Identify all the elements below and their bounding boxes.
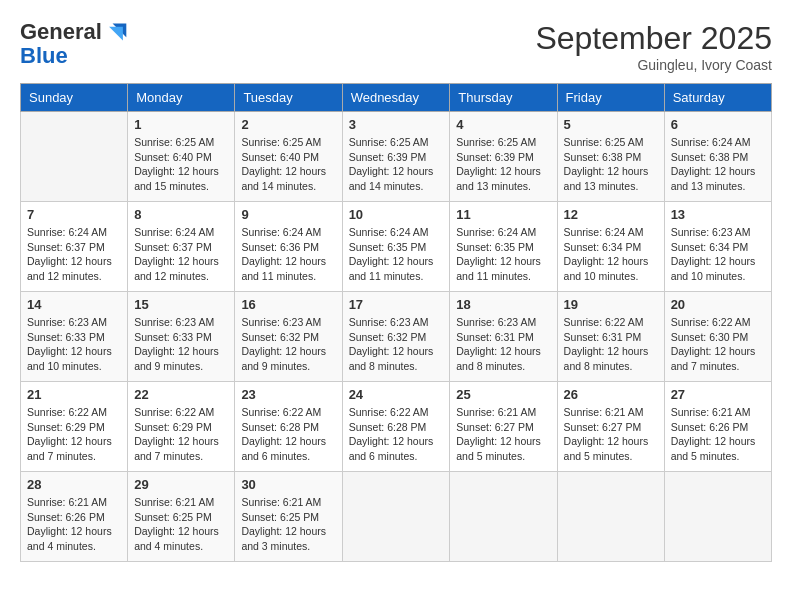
day-number: 15 (134, 297, 228, 312)
day-info: Sunrise: 6:24 AM Sunset: 6:37 PM Dayligh… (134, 225, 228, 284)
day-number: 3 (349, 117, 444, 132)
calendar-cell: 6Sunrise: 6:24 AM Sunset: 6:38 PM Daylig… (664, 112, 771, 202)
day-info: Sunrise: 6:24 AM Sunset: 6:35 PM Dayligh… (456, 225, 550, 284)
day-number: 7 (27, 207, 121, 222)
header-monday: Monday (128, 84, 235, 112)
day-number: 14 (27, 297, 121, 312)
svg-marker-1 (109, 27, 123, 41)
calendar-cell: 19Sunrise: 6:22 AM Sunset: 6:31 PM Dayli… (557, 292, 664, 382)
calendar-week-row: 21Sunrise: 6:22 AM Sunset: 6:29 PM Dayli… (21, 382, 772, 472)
day-info: Sunrise: 6:22 AM Sunset: 6:29 PM Dayligh… (27, 405, 121, 464)
header-sunday: Sunday (21, 84, 128, 112)
day-info: Sunrise: 6:23 AM Sunset: 6:33 PM Dayligh… (27, 315, 121, 374)
day-info: Sunrise: 6:24 AM Sunset: 6:35 PM Dayligh… (349, 225, 444, 284)
logo-text-blue: Blue (20, 44, 128, 68)
calendar-cell: 23Sunrise: 6:22 AM Sunset: 6:28 PM Dayli… (235, 382, 342, 472)
day-info: Sunrise: 6:22 AM Sunset: 6:29 PM Dayligh… (134, 405, 228, 464)
header-wednesday: Wednesday (342, 84, 450, 112)
title-block: September 2025 Guingleu, Ivory Coast (535, 20, 772, 73)
day-number: 12 (564, 207, 658, 222)
day-info: Sunrise: 6:21 AM Sunset: 6:25 PM Dayligh… (241, 495, 335, 554)
calendar-cell: 17Sunrise: 6:23 AM Sunset: 6:32 PM Dayli… (342, 292, 450, 382)
header-friday: Friday (557, 84, 664, 112)
day-number: 13 (671, 207, 765, 222)
calendar-cell: 8Sunrise: 6:24 AM Sunset: 6:37 PM Daylig… (128, 202, 235, 292)
calendar-week-row: 14Sunrise: 6:23 AM Sunset: 6:33 PM Dayli… (21, 292, 772, 382)
day-number: 26 (564, 387, 658, 402)
calendar-cell: 29Sunrise: 6:21 AM Sunset: 6:25 PM Dayli… (128, 472, 235, 562)
page-header: General Blue September 2025 Guingleu, Iv… (20, 20, 772, 73)
calendar-week-row: 1Sunrise: 6:25 AM Sunset: 6:40 PM Daylig… (21, 112, 772, 202)
calendar-cell: 9Sunrise: 6:24 AM Sunset: 6:36 PM Daylig… (235, 202, 342, 292)
header-thursday: Thursday (450, 84, 557, 112)
calendar-cell: 30Sunrise: 6:21 AM Sunset: 6:25 PM Dayli… (235, 472, 342, 562)
month-title: September 2025 (535, 20, 772, 57)
calendar-cell: 16Sunrise: 6:23 AM Sunset: 6:32 PM Dayli… (235, 292, 342, 382)
logo: General Blue (20, 20, 128, 68)
day-info: Sunrise: 6:21 AM Sunset: 6:27 PM Dayligh… (564, 405, 658, 464)
day-number: 4 (456, 117, 550, 132)
day-info: Sunrise: 6:24 AM Sunset: 6:37 PM Dayligh… (27, 225, 121, 284)
calendar-cell: 18Sunrise: 6:23 AM Sunset: 6:31 PM Dayli… (450, 292, 557, 382)
day-number: 11 (456, 207, 550, 222)
header-saturday: Saturday (664, 84, 771, 112)
day-info: Sunrise: 6:24 AM Sunset: 6:38 PM Dayligh… (671, 135, 765, 194)
calendar-cell: 25Sunrise: 6:21 AM Sunset: 6:27 PM Dayli… (450, 382, 557, 472)
day-number: 21 (27, 387, 121, 402)
calendar-week-row: 7Sunrise: 6:24 AM Sunset: 6:37 PM Daylig… (21, 202, 772, 292)
day-info: Sunrise: 6:25 AM Sunset: 6:40 PM Dayligh… (241, 135, 335, 194)
calendar-cell (557, 472, 664, 562)
day-number: 19 (564, 297, 658, 312)
calendar-week-row: 28Sunrise: 6:21 AM Sunset: 6:26 PM Dayli… (21, 472, 772, 562)
day-info: Sunrise: 6:23 AM Sunset: 6:31 PM Dayligh… (456, 315, 550, 374)
calendar-cell: 13Sunrise: 6:23 AM Sunset: 6:34 PM Dayli… (664, 202, 771, 292)
calendar-cell: 26Sunrise: 6:21 AM Sunset: 6:27 PM Dayli… (557, 382, 664, 472)
day-info: Sunrise: 6:23 AM Sunset: 6:34 PM Dayligh… (671, 225, 765, 284)
day-number: 18 (456, 297, 550, 312)
day-info: Sunrise: 6:25 AM Sunset: 6:40 PM Dayligh… (134, 135, 228, 194)
day-info: Sunrise: 6:22 AM Sunset: 6:30 PM Dayligh… (671, 315, 765, 374)
day-number: 6 (671, 117, 765, 132)
calendar-cell: 3Sunrise: 6:25 AM Sunset: 6:39 PM Daylig… (342, 112, 450, 202)
calendar-cell: 5Sunrise: 6:25 AM Sunset: 6:38 PM Daylig… (557, 112, 664, 202)
day-info: Sunrise: 6:21 AM Sunset: 6:26 PM Dayligh… (27, 495, 121, 554)
day-number: 23 (241, 387, 335, 402)
calendar-cell: 22Sunrise: 6:22 AM Sunset: 6:29 PM Dayli… (128, 382, 235, 472)
day-info: Sunrise: 6:24 AM Sunset: 6:34 PM Dayligh… (564, 225, 658, 284)
calendar-cell: 2Sunrise: 6:25 AM Sunset: 6:40 PM Daylig… (235, 112, 342, 202)
calendar-cell: 21Sunrise: 6:22 AM Sunset: 6:29 PM Dayli… (21, 382, 128, 472)
calendar-cell (342, 472, 450, 562)
day-number: 28 (27, 477, 121, 492)
day-number: 29 (134, 477, 228, 492)
day-number: 24 (349, 387, 444, 402)
calendar-cell: 15Sunrise: 6:23 AM Sunset: 6:33 PM Dayli… (128, 292, 235, 382)
calendar-cell (664, 472, 771, 562)
day-number: 16 (241, 297, 335, 312)
day-number: 30 (241, 477, 335, 492)
calendar-cell: 20Sunrise: 6:22 AM Sunset: 6:30 PM Dayli… (664, 292, 771, 382)
location-subtitle: Guingleu, Ivory Coast (535, 57, 772, 73)
calendar-cell: 1Sunrise: 6:25 AM Sunset: 6:40 PM Daylig… (128, 112, 235, 202)
day-info: Sunrise: 6:25 AM Sunset: 6:39 PM Dayligh… (349, 135, 444, 194)
day-number: 22 (134, 387, 228, 402)
calendar-cell: 24Sunrise: 6:22 AM Sunset: 6:28 PM Dayli… (342, 382, 450, 472)
day-number: 1 (134, 117, 228, 132)
day-number: 25 (456, 387, 550, 402)
calendar-cell: 27Sunrise: 6:21 AM Sunset: 6:26 PM Dayli… (664, 382, 771, 472)
day-info: Sunrise: 6:23 AM Sunset: 6:33 PM Dayligh… (134, 315, 228, 374)
day-info: Sunrise: 6:22 AM Sunset: 6:28 PM Dayligh… (241, 405, 335, 464)
calendar-table: SundayMondayTuesdayWednesdayThursdayFrid… (20, 83, 772, 562)
day-number: 9 (241, 207, 335, 222)
day-number: 20 (671, 297, 765, 312)
day-info: Sunrise: 6:21 AM Sunset: 6:26 PM Dayligh… (671, 405, 765, 464)
day-number: 17 (349, 297, 444, 312)
day-number: 27 (671, 387, 765, 402)
calendar-header-row: SundayMondayTuesdayWednesdayThursdayFrid… (21, 84, 772, 112)
calendar-cell: 10Sunrise: 6:24 AM Sunset: 6:35 PM Dayli… (342, 202, 450, 292)
calendar-cell: 4Sunrise: 6:25 AM Sunset: 6:39 PM Daylig… (450, 112, 557, 202)
day-info: Sunrise: 6:24 AM Sunset: 6:36 PM Dayligh… (241, 225, 335, 284)
calendar-cell (21, 112, 128, 202)
logo-icon (104, 20, 128, 44)
day-number: 2 (241, 117, 335, 132)
day-info: Sunrise: 6:23 AM Sunset: 6:32 PM Dayligh… (349, 315, 444, 374)
